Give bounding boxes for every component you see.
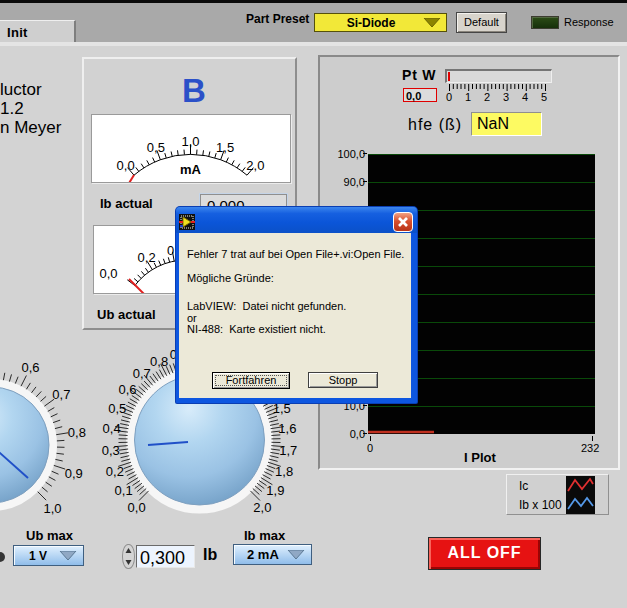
svg-text:0,9: 0,9 <box>65 466 83 481</box>
svg-text:0,4: 0,4 <box>103 421 121 436</box>
svg-text:1,9: 1,9 <box>266 483 284 498</box>
svg-text:1,6: 1,6 <box>278 421 296 436</box>
svg-text:0,5: 0,5 <box>108 401 126 416</box>
svg-text:2,0: 2,0 <box>253 500 271 515</box>
svg-text:0,0: 0,0 <box>128 500 146 515</box>
svg-text:0,0: 0,0 <box>99 266 117 281</box>
svg-text:1,0: 1,0 <box>43 501 61 516</box>
svg-text:0,8: 0,8 <box>150 354 168 369</box>
svg-text:0,1: 0,1 <box>115 483 133 498</box>
svg-text:0,7: 0,7 <box>133 366 151 381</box>
svg-text:0,5: 0,5 <box>147 140 165 155</box>
svg-text:2,0: 2,0 <box>246 158 264 173</box>
svg-text:mA: mA <box>180 162 202 177</box>
svg-text:1,8: 1,8 <box>275 464 293 479</box>
svg-text:0,2: 0,2 <box>138 250 156 265</box>
svg-text:0,2: 0,2 <box>106 464 124 479</box>
svg-text:0,3: 0,3 <box>102 443 120 458</box>
svg-text:0,6: 0,6 <box>21 360 39 375</box>
svg-text:1,5: 1,5 <box>216 140 234 155</box>
svg-text:0,7: 0,7 <box>52 387 70 402</box>
svg-text:1,7: 1,7 <box>279 443 297 458</box>
svg-text:0,0: 0,0 <box>117 158 135 173</box>
svg-text:1,0: 1,0 <box>181 134 199 149</box>
svg-text:0,8: 0,8 <box>68 425 86 440</box>
svg-text:0,6: 0,6 <box>118 382 136 397</box>
